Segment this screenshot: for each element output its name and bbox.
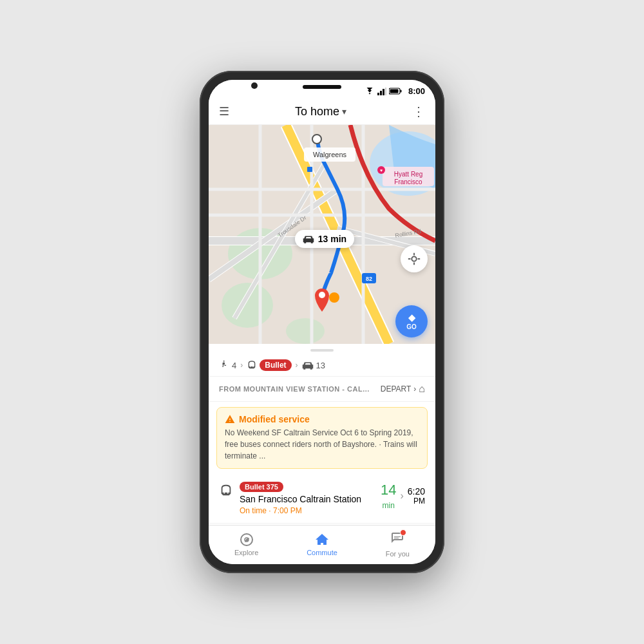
train-arrival-time: 6:20 <box>408 486 425 497</box>
svg-point-30 <box>312 135 321 144</box>
svg-text:Hyatt Reg: Hyatt Reg <box>394 171 422 178</box>
bottom-sheet: 4 › Bullet › 13 FRO <box>209 344 435 525</box>
depart-arrow-icon: › <box>413 384 416 393</box>
top-navigation: ☰ To home ▾ ⋮ <box>209 99 435 125</box>
go-arrow-icon: ◆ <box>408 312 415 323</box>
time-badge: 13 min <box>295 230 354 248</box>
status-icons <box>365 88 402 95</box>
svg-point-29 <box>319 292 325 298</box>
for-you-label: For you <box>386 550 410 558</box>
destination-title: To home <box>295 105 339 118</box>
svg-text:Walgreens: Walgreens <box>313 151 347 158</box>
commute-icon <box>314 532 330 547</box>
depart-link[interactable]: DEPART › ⌂ <box>381 383 425 395</box>
depart-time-warning: On time · 7:00 PM <box>240 506 361 515</box>
nav-title[interactable]: To home ▾ <box>295 105 346 118</box>
svg-rect-3 <box>385 88 386 95</box>
walk-step: 4 <box>219 359 236 371</box>
station-row[interactable]: FROM MOUNTAIN VIEW STATION - CAL... DEPA… <box>209 377 435 402</box>
depart-label: DEPART <box>381 384 412 393</box>
nav-commute[interactable]: Commute <box>284 532 359 556</box>
route-arrow-2: › <box>296 361 298 370</box>
svg-point-43 <box>412 256 416 261</box>
explore-label: Explore <box>234 549 258 556</box>
location-icon <box>407 252 421 266</box>
svg-rect-0 <box>377 93 379 95</box>
status-bar: 8:00 <box>209 80 435 99</box>
train-option[interactable]: Bullet 375 San Francisco Caltrain Statio… <box>209 474 435 524</box>
train-option-left: Bullet 375 San Francisco Caltrain Statio… <box>219 482 361 515</box>
for-you-badge <box>390 531 405 549</box>
warning-title: Modified service <box>225 414 419 424</box>
sheet-handle <box>310 349 334 352</box>
drive-step: 13 <box>302 361 325 370</box>
svg-point-9 <box>222 283 273 328</box>
warning-title-text: Modified service <box>239 414 310 424</box>
nav-explore[interactable]: Explore <box>209 532 284 556</box>
svg-rect-5 <box>400 90 401 93</box>
svg-rect-2 <box>383 89 384 95</box>
train-arrow-icon: › <box>400 490 403 502</box>
warning-text: No Weekend SF Caltrain Service Oct 6 to … <box>225 427 419 462</box>
go-button[interactable]: ◆ GO <box>395 305 428 337</box>
nav-for-you[interactable]: For you <box>360 531 435 558</box>
warning-icon <box>225 414 235 424</box>
svg-rect-49 <box>320 540 324 543</box>
train-min-label: min <box>383 501 395 510</box>
train-info: Bullet 375 San Francisco Caltrain Statio… <box>240 482 361 515</box>
phone-screen: 8:00 ☰ To home ▾ ⋮ <box>209 80 435 564</box>
map-view[interactable]: Walgreens Hyatt Reg Francisco ♥ Trousdal… <box>209 125 435 344</box>
wifi-icon <box>365 88 375 95</box>
route-arrow-1: › <box>240 361 243 370</box>
train-option-right: 14 min › 6:20 PM <box>381 482 425 510</box>
svg-text:♥: ♥ <box>380 168 383 173</box>
signal-icon <box>377 88 386 95</box>
menu-icon[interactable]: ☰ <box>219 104 229 118</box>
commute-label: Commute <box>307 549 337 556</box>
transit-step: Bullet <box>247 359 291 371</box>
go-label: GO <box>406 323 417 330</box>
bottom-navigation: Explore Commute For you <box>209 525 435 564</box>
walk-icon <box>219 359 229 371</box>
train-arrival-pm: PM <box>413 497 425 506</box>
warning-card[interactable]: Modified service No Weekend SF Caltrain … <box>216 407 428 469</box>
drive-minutes: 13 <box>316 361 325 370</box>
home-icon: ⌂ <box>419 383 425 395</box>
train-route-icon <box>247 359 257 371</box>
bullet-badge: Bullet <box>260 359 291 371</box>
svg-point-27 <box>329 292 339 303</box>
svg-text:Francisco: Francisco <box>394 178 422 185</box>
train-badge-row: Bullet 375 <box>240 482 361 492</box>
svg-rect-1 <box>380 91 382 95</box>
svg-point-10 <box>286 318 325 344</box>
for-you-icon <box>390 531 405 546</box>
battery-icon <box>389 88 402 95</box>
svg-text:82: 82 <box>366 276 372 282</box>
train-station-name: San Francisco Caltrain Station <box>240 494 361 504</box>
station-label: FROM MOUNTAIN VIEW STATION - CAL... <box>219 385 370 393</box>
time-badge-text: 13 min <box>318 234 346 244</box>
more-options-icon[interactable]: ⋮ <box>412 104 425 119</box>
dropdown-arrow-icon: ▾ <box>342 106 346 117</box>
svg-rect-6 <box>390 90 398 93</box>
car-route-icon <box>302 361 314 370</box>
walk-minutes: 4 <box>232 361 236 370</box>
status-time: 8:00 <box>408 86 425 96</box>
route-summary: 4 › Bullet › 13 <box>209 354 435 377</box>
bullet-375-badge: Bullet 375 <box>240 482 283 492</box>
phone-camera <box>251 82 258 89</box>
explore-icon <box>239 532 254 547</box>
car-icon <box>303 234 314 243</box>
phone-device: 8:00 ☰ To home ▾ ⋮ <box>200 71 444 573</box>
location-button[interactable] <box>401 245 428 272</box>
train-minutes: 14 <box>381 482 396 498</box>
phone-speaker <box>303 85 341 89</box>
svg-rect-42 <box>307 167 312 172</box>
train-icon-svg <box>219 483 233 498</box>
train-option-icon <box>219 483 233 502</box>
